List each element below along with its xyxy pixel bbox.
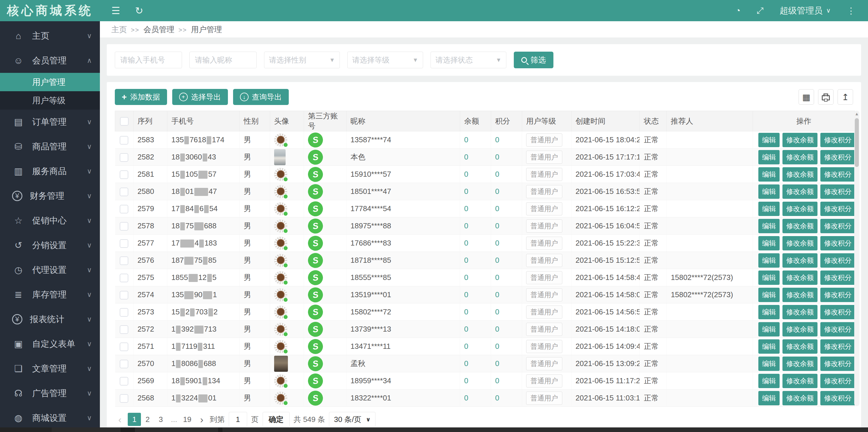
action-modify-balance-button[interactable]: 修改余额 — [782, 167, 817, 181]
sidebar-item-10[interactable]: ¥报表统计∨ — [0, 307, 100, 332]
action-modify-points-button[interactable]: 修改积分 — [820, 305, 855, 319]
action-modify-points-button[interactable]: 修改积分 — [820, 150, 855, 164]
gender-select[interactable]: 请选择性别 ▼ — [264, 52, 340, 68]
row-checkbox[interactable] — [120, 377, 128, 386]
action-edit-button[interactable]: 编辑 — [758, 391, 780, 405]
action-edit-button[interactable]: 编辑 — [758, 219, 780, 233]
action-modify-points-button[interactable]: 修改积分 — [820, 391, 855, 405]
breadcrumb-item-0[interactable]: 主页 — [112, 25, 127, 34]
action-modify-balance-button[interactable]: 修改余额 — [782, 270, 817, 285]
sidebar-item-2[interactable]: ▤订单管理∨ — [0, 109, 100, 134]
sidebar-toggle-icon[interactable]: ☰ — [112, 5, 120, 16]
export-file-button[interactable]: ↥ — [838, 89, 853, 105]
action-modify-points-button[interactable]: 修改积分 — [820, 288, 855, 302]
sidebar-item-0[interactable]: ⌂主页∨ — [0, 24, 100, 48]
scrollbar-thumb[interactable] — [855, 118, 859, 167]
action-edit-button[interactable]: 编辑 — [758, 167, 780, 181]
sidebar-item-12[interactable]: ❏文章管理∨ — [0, 356, 100, 381]
action-modify-points-button[interactable]: 修改积分 — [820, 133, 855, 147]
action-edit-button[interactable]: 编辑 — [758, 288, 780, 302]
sidebar-item-9[interactable]: ≣库存管理∨ — [0, 282, 100, 307]
row-checkbox[interactable] — [120, 188, 128, 196]
action-modify-balance-button[interactable]: 修改余额 — [782, 236, 817, 251]
row-checkbox[interactable] — [120, 342, 128, 351]
row-checkbox[interactable] — [120, 170, 128, 179]
action-modify-points-button[interactable]: 修改积分 — [820, 253, 855, 268]
filter-search-button[interactable]: 筛选 — [514, 52, 553, 68]
level-select[interactable]: 请选择等级 ▼ — [347, 52, 423, 68]
action-modify-balance-button[interactable]: 修改余额 — [782, 202, 817, 216]
kebab-menu-icon[interactable]: ⋮ — [847, 6, 856, 16]
action-edit-button[interactable]: 编辑 — [758, 236, 780, 251]
sidebar-item-13[interactable]: ☊广告管理∨ — [0, 381, 100, 406]
action-edit-button[interactable]: 编辑 — [758, 270, 780, 285]
page-button-2[interactable]: 2 — [141, 413, 154, 426]
select-all-checkbox[interactable] — [120, 117, 129, 126]
column-layout-button[interactable]: ▦ — [799, 89, 814, 105]
sidebar-item-4[interactable]: ▥服务商品∨ — [0, 159, 100, 184]
page-size-select[interactable]: 30 条/页 ∨ — [329, 412, 375, 427]
add-data-button[interactable]: + 添加数据 — [115, 89, 167, 105]
action-modify-balance-button[interactable]: 修改余额 — [782, 357, 817, 371]
row-checkbox[interactable] — [120, 136, 128, 144]
print-button[interactable] — [818, 89, 834, 105]
action-modify-points-button[interactable]: 修改积分 — [820, 339, 855, 354]
breadcrumb-item-2[interactable]: 用户管理 — [191, 25, 222, 34]
action-modify-points-button[interactable]: 修改积分 — [820, 357, 855, 371]
action-modify-points-button[interactable]: 修改积分 — [820, 322, 855, 336]
action-modify-balance-button[interactable]: 修改余额 — [782, 185, 817, 199]
action-modify-points-button[interactable]: 修改积分 — [820, 185, 855, 199]
action-modify-balance-button[interactable]: 修改余额 — [782, 322, 817, 336]
sidebar-item-3[interactable]: ⛁商品管理∨ — [0, 134, 100, 159]
row-checkbox[interactable] — [120, 153, 128, 162]
scroll-up-icon[interactable]: ▲ — [854, 111, 859, 116]
row-checkbox[interactable] — [120, 291, 128, 299]
sidebar-item-7[interactable]: ↺分销设置∨ — [0, 233, 100, 258]
sidebar-item-14[interactable]: ◍商城设置∨ — [0, 406, 100, 430]
sidebar-subitem-1[interactable]: 用户等级 — [0, 91, 100, 109]
phone-filter-input[interactable] — [115, 52, 182, 68]
action-edit-button[interactable]: 编辑 — [758, 253, 780, 268]
action-modify-balance-button[interactable]: 修改余额 — [782, 133, 817, 147]
action-modify-points-button[interactable]: 修改积分 — [820, 167, 855, 181]
row-checkbox[interactable] — [120, 360, 128, 368]
row-checkbox[interactable] — [120, 325, 128, 334]
admin-menu[interactable]: 超级管理员 ∨ — [780, 5, 831, 16]
row-checkbox[interactable] — [120, 239, 128, 248]
row-checkbox[interactable] — [120, 205, 128, 213]
goto-page-input[interactable] — [229, 412, 247, 427]
row-checkbox[interactable] — [120, 308, 128, 317]
action-modify-balance-button[interactable]: 修改余额 — [782, 253, 817, 268]
action-edit-button[interactable]: 编辑 — [758, 374, 780, 388]
action-modify-points-button[interactable]: 修改积分 — [820, 374, 855, 388]
next-page-icon[interactable]: › — [198, 414, 206, 425]
action-modify-balance-button[interactable]: 修改余额 — [782, 305, 817, 319]
action-modify-balance-button[interactable]: 修改余额 — [782, 288, 817, 302]
action-edit-button[interactable]: 编辑 — [758, 305, 780, 319]
refresh-icon[interactable]: ↻ — [135, 5, 143, 16]
action-modify-balance-button[interactable]: 修改余额 — [782, 391, 817, 405]
sidebar-subitem-0[interactable]: 用户管理 — [0, 73, 100, 91]
export-query-button[interactable]: ↓ 查询导出 — [233, 89, 289, 105]
fullscreen-icon[interactable]: ⤢ — [756, 6, 764, 16]
status-select[interactable]: 请选择状态 ▼ — [431, 52, 506, 68]
nickname-filter-input[interactable] — [189, 52, 257, 68]
action-edit-button[interactable]: 编辑 — [758, 202, 780, 216]
action-edit-button[interactable]: 编辑 — [758, 150, 780, 164]
row-checkbox[interactable] — [120, 394, 128, 403]
action-modify-points-button[interactable]: 修改积分 — [820, 270, 855, 285]
page-button-1[interactable]: 1 — [128, 413, 141, 426]
table-scrollbar[interactable]: ▲ — [854, 111, 859, 406]
sidebar-item-5[interactable]: ¥财务管理∨ — [0, 184, 100, 208]
action-modify-balance-button[interactable]: 修改余额 — [782, 339, 817, 354]
prev-page-icon[interactable]: ‹ — [116, 414, 124, 425]
row-checkbox[interactable] — [120, 257, 128, 265]
action-edit-button[interactable]: 编辑 — [758, 133, 780, 147]
action-edit-button[interactable]: 编辑 — [758, 322, 780, 336]
sidebar-item-1[interactable]: ☺会员管理∧ — [0, 48, 100, 73]
row-checkbox[interactable] — [120, 274, 128, 282]
action-modify-balance-button[interactable]: 修改余额 — [782, 374, 817, 388]
action-modify-balance-button[interactable]: 修改余额 — [782, 150, 817, 164]
action-modify-points-button[interactable]: 修改积分 — [820, 219, 855, 233]
action-modify-balance-button[interactable]: 修改余额 — [782, 219, 817, 233]
